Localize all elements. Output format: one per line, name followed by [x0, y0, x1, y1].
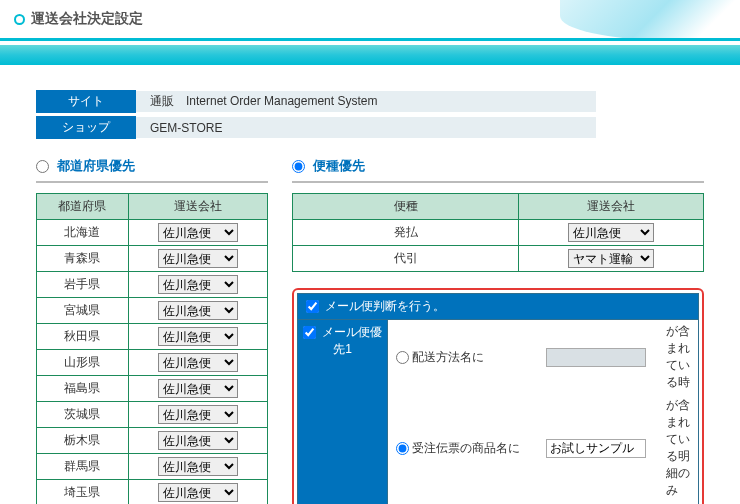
- mail-priority1-checkbox[interactable]: [303, 326, 316, 339]
- header-band: [0, 44, 740, 66]
- type-cell: 発払: [293, 220, 519, 246]
- pref-cell: 群馬県: [37, 454, 129, 480]
- table-row: 発払佐川急便: [293, 220, 704, 246]
- meta-site-label: サイト: [36, 90, 136, 113]
- pref-carrier-select[interactable]: 佐川急便: [158, 223, 238, 242]
- table-row: 埼玉県佐川急便: [37, 480, 268, 505]
- label-prefecture-priority: 都道府県優先: [57, 157, 135, 175]
- pref-carrier-select[interactable]: 佐川急便: [158, 301, 238, 320]
- table-row: 代引ヤマト運輸: [293, 246, 704, 272]
- meta-shop-row: ショップ GEM-STORE: [36, 116, 704, 139]
- type-carrier-select[interactable]: 佐川急便: [568, 223, 654, 242]
- meta-shop-label: ショップ: [36, 116, 136, 139]
- pref-carrier-select[interactable]: 佐川急便: [158, 249, 238, 268]
- table-row: 茨城県佐川急便: [37, 402, 268, 428]
- section-prefecture-priority[interactable]: 都道府県優先: [36, 157, 268, 183]
- type-carrier-select[interactable]: ヤマト運輸: [568, 249, 654, 268]
- shipping-name-input-1: [546, 348, 646, 367]
- table-row: 北海道佐川急便: [37, 220, 268, 246]
- pref-cell: 宮城県: [37, 298, 129, 324]
- pref-carrier-select[interactable]: 佐川急便: [158, 275, 238, 294]
- pref-cell: 北海道: [37, 220, 129, 246]
- label-product-name-1: 受注伝票の商品名に: [412, 441, 520, 455]
- table-row: 山形県佐川急便: [37, 350, 268, 376]
- mail-priority1-cell[interactable]: メール便優先1: [298, 320, 388, 505]
- pref-cell: 青森県: [37, 246, 129, 272]
- label-type-priority: 便種優先: [313, 157, 365, 175]
- radio-product-name-1[interactable]: [396, 442, 409, 455]
- table-row: 福島県佐川急便: [37, 376, 268, 402]
- pref-carrier-header: 運送会社: [128, 194, 268, 220]
- pref-carrier-select[interactable]: 佐川急便: [158, 353, 238, 372]
- pref-cell: 茨城県: [37, 402, 129, 428]
- mail-judge-label: メール便判断を行う。: [325, 299, 445, 313]
- label-shipping-name-1: 配送方法名に: [412, 350, 484, 364]
- type-cell: 代引: [293, 246, 519, 272]
- meta-site-row: サイト 通販 Internet Order Management System: [36, 90, 704, 113]
- meta-shop-value: GEM-STORE: [136, 117, 596, 138]
- pref-carrier-select[interactable]: 佐川急便: [158, 483, 238, 502]
- section-type-priority[interactable]: 便種優先: [292, 157, 704, 183]
- table-row: 宮城県佐川急便: [37, 298, 268, 324]
- type-table: 便種 運送会社 発払佐川急便代引ヤマト運輸: [292, 193, 704, 272]
- table-row: 岩手県佐川急便: [37, 272, 268, 298]
- table-row: 秋田県佐川急便: [37, 324, 268, 350]
- pref-cell: 秋田県: [37, 324, 129, 350]
- header-bullet-icon: [14, 14, 25, 25]
- pref-carrier-select[interactable]: 佐川急便: [158, 379, 238, 398]
- mail-priority1-label: メール便優先1: [322, 325, 382, 356]
- radio-type-priority[interactable]: [292, 160, 305, 173]
- pref-cell: 岩手県: [37, 272, 129, 298]
- mail-rule-highlight-box: メール便判断を行う。 メール便優先1 配送方法名に: [292, 288, 704, 504]
- pref-cell: 福島県: [37, 376, 129, 402]
- mail-judge-checkbox[interactable]: [306, 300, 319, 313]
- table-row: 群馬県佐川急便: [37, 454, 268, 480]
- label-contains-detail-1: が含まれている明細のみ: [658, 394, 698, 502]
- pref-carrier-select[interactable]: 佐川急便: [158, 405, 238, 424]
- radio-prefecture-priority[interactable]: [36, 160, 49, 173]
- pref-cell: 山形県: [37, 350, 129, 376]
- radio-shipping-name-1[interactable]: [396, 351, 409, 364]
- product-name-input-1[interactable]: [546, 439, 646, 458]
- type-header: 便種: [293, 194, 519, 220]
- pref-carrier-select[interactable]: 佐川急便: [158, 327, 238, 346]
- table-row: 青森県佐川急便: [37, 246, 268, 272]
- type-carrier-header: 運送会社: [519, 194, 704, 220]
- table-row: 栃木県佐川急便: [37, 428, 268, 454]
- pref-header: 都道府県: [37, 194, 129, 220]
- pref-cell: 埼玉県: [37, 480, 129, 505]
- mail-rules-table-1: メール便判断を行う。 メール便優先1 配送方法名に: [297, 293, 699, 504]
- pref-carrier-select[interactable]: 佐川急便: [158, 457, 238, 476]
- page-header: 運送会社決定設定: [0, 0, 740, 41]
- meta-site-value: 通販 Internet Order Management System: [136, 91, 596, 112]
- page-title: 運送会社決定設定: [31, 10, 143, 28]
- label-contains-when-1: が含まれている時: [658, 320, 698, 394]
- pref-cell: 栃木県: [37, 428, 129, 454]
- pref-carrier-select[interactable]: 佐川急便: [158, 431, 238, 450]
- mail-flag-row[interactable]: メール便判断を行う。: [298, 294, 699, 320]
- prefecture-table: 都道府県 運送会社 北海道佐川急便青森県佐川急便岩手県佐川急便宮城県佐川急便秋田…: [36, 193, 268, 504]
